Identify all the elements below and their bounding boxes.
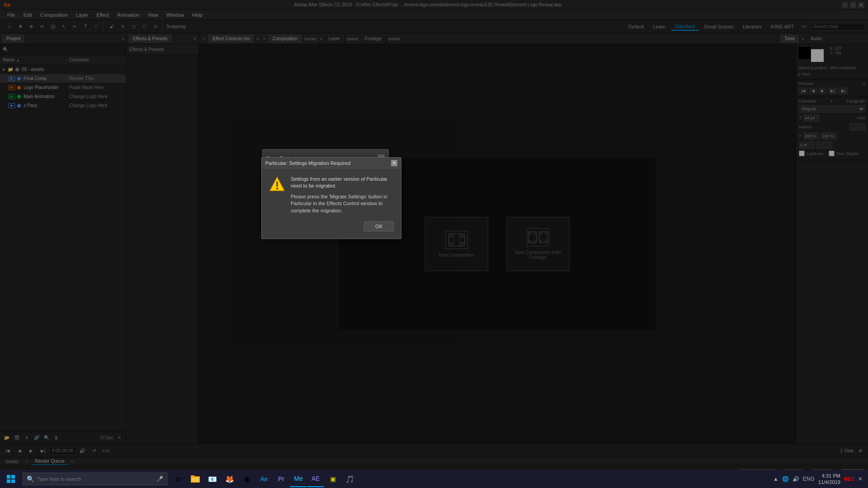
tray-up-arrow[interactable]: ▲ — [773, 476, 778, 482]
microphone-icon[interactable]: 🎤 — [156, 476, 163, 482]
tray-close-icon[interactable]: ✕ — [858, 476, 863, 482]
taskbar-right: ▲ 🌐 🔊 ENG 4:31 PM 11/4/2019 REC ✕ — [773, 473, 866, 486]
warning-icon — [269, 176, 285, 192]
taskbar: 🔍 🎤 ⧉ 📧 🦊 ◉ Ae Pr Me AE ▣ 🎵 ▲ 🌐 🔊 ENG 4:… — [0, 470, 868, 488]
firefox-button[interactable]: 🦊 — [222, 471, 238, 487]
alert-message-line2: Please press the 'Migrate Settings' butt… — [291, 193, 394, 214]
svg-rect-31 — [192, 478, 199, 482]
alert-close-button[interactable]: ✕ — [391, 160, 397, 166]
clock-date: 11/4/2019 — [818, 479, 840, 485]
start-button[interactable] — [2, 470, 20, 488]
premiere-button[interactable]: Pr — [273, 471, 289, 487]
media-encoder-button[interactable]: Me — [290, 471, 307, 487]
alert-dialog: Particular: Settings Migration Required … — [261, 157, 401, 239]
svg-rect-33 — [277, 182, 278, 187]
svg-rect-27 — [7, 479, 10, 483]
alert-ok-button[interactable]: OK — [364, 221, 394, 231]
alert-content: Settings from an earlier version of Part… — [262, 169, 401, 239]
svg-rect-26 — [11, 475, 15, 479]
alert-title-text: Particular: Settings Migration Required — [265, 160, 350, 166]
alert-body: Settings from an earlier version of Part… — [269, 176, 394, 214]
chrome-button[interactable]: ◉ — [239, 471, 255, 487]
alert-title-bar: Particular: Settings Migration Required … — [262, 158, 401, 169]
tray-volume-icon[interactable]: 🔊 — [793, 476, 799, 482]
ae-main-button[interactable]: AE — [307, 471, 324, 487]
ae-effects-button[interactable]: Ae — [256, 471, 272, 487]
taskview-button[interactable]: ⧉ — [170, 471, 186, 487]
svg-point-34 — [276, 188, 278, 189]
dialog-overlay — [0, 0, 868, 470]
svg-rect-30 — [191, 475, 194, 477]
tray-eng-label[interactable]: ENG — [803, 476, 815, 482]
taskbar-apps: ⧉ 📧 🦊 ◉ Ae Pr Me AE ▣ 🎵 — [170, 471, 358, 487]
file-explorer-icon — [190, 474, 200, 484]
clock-time: 4:31 PM — [818, 473, 840, 479]
search-circle-icon: 🔍 — [27, 475, 34, 483]
alert-messages: Settings from an earlier version of Part… — [291, 176, 394, 214]
explorer-button[interactable] — [187, 471, 203, 487]
time-display: 4:31 PM 11/4/2019 — [818, 473, 840, 486]
extra-taskbar-app[interactable]: ▣ — [325, 471, 341, 487]
taskbar-search-input[interactable] — [37, 476, 154, 482]
taskbar-app-mail[interactable]: 📧 — [204, 471, 221, 487]
taskbar-search-bar[interactable]: 🔍 🎤 — [23, 473, 167, 485]
media-app-button[interactable]: 🎵 — [342, 471, 358, 487]
windows-logo-icon — [6, 474, 15, 483]
alert-message-line1: Settings from an earlier version of Part… — [291, 176, 394, 190]
alert-buttons: OK — [269, 221, 394, 231]
svg-rect-28 — [11, 479, 15, 483]
rec-indicator-taskbar: REC — [844, 476, 854, 482]
tray-network-icon[interactable]: 🌐 — [782, 476, 789, 482]
svg-rect-25 — [7, 475, 10, 479]
